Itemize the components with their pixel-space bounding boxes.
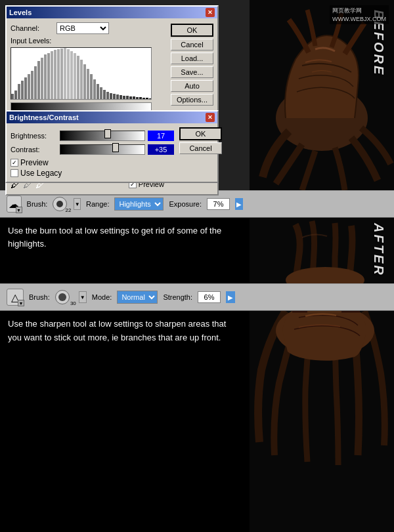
svg-rect-10 <box>44 54 47 99</box>
burn-exposure-field[interactable]: 7% <box>207 198 230 210</box>
svg-rect-2 <box>18 84 20 99</box>
burn-brush-dot <box>56 201 63 207</box>
bc-dialog: Brightness/Contrast ✕ Brightness: <box>5 110 219 183</box>
levels-save-button[interactable]: Save... <box>171 66 213 78</box>
sharpen-strength-label: Strength: <box>163 293 192 301</box>
svg-rect-37 <box>133 96 135 99</box>
svg-rect-8 <box>37 61 40 99</box>
svg-rect-33 <box>120 95 122 99</box>
contrast-label: Contrast: <box>11 146 60 153</box>
svg-rect-0 <box>11 94 14 99</box>
burn-instruction-text: Use the burn tool at low settings to get… <box>8 224 242 251</box>
svg-rect-22 <box>83 64 86 99</box>
sharpen-brush-label: Brush: <box>29 293 50 301</box>
sharpen-strength-arrow[interactable]: ▶ <box>226 291 235 303</box>
dialogs-panel: Levels ✕ Channel: RGB I <box>0 0 250 190</box>
burn-range-select[interactable]: Highlights <box>114 197 164 211</box>
main-layout: 网页教学网 WWW.WEBJX.COM Levels ✕ Channel: <box>0 0 394 532</box>
burn-instruction-row: Use the burn tool at low settings to get… <box>0 218 394 283</box>
levels-ok-button[interactable]: OK <box>171 24 213 37</box>
svg-rect-24 <box>90 74 93 99</box>
bc-titlebar: Brightness/Contrast ✕ <box>7 112 217 123</box>
burn-dropdown-arrow[interactable]: ▼ <box>16 207 22 213</box>
histogram-svg <box>11 48 151 99</box>
levels-close-button[interactable]: ✕ <box>206 8 215 17</box>
after-bottom-svg <box>250 311 394 532</box>
sharpen-instruction-text: Use the sharpen tool at low settings to … <box>8 317 242 345</box>
sharpen-strength-field[interactable]: 6% <box>198 291 221 303</box>
svg-rect-32 <box>116 94 119 99</box>
burn-brush-selector: 22 <box>53 197 68 211</box>
use-legacy-label: Use Legacy <box>20 169 62 178</box>
burn-brush-size: 22 <box>65 207 71 213</box>
svg-rect-27 <box>100 87 102 99</box>
svg-rect-25 <box>93 79 96 99</box>
sharpen-instruction-row: Use the sharpen tool at low settings to … <box>0 311 394 532</box>
svg-rect-39 <box>139 97 142 99</box>
sharpen-mode-select[interactable]: Normal <box>117 291 158 304</box>
bc-buttons: OK Cancel <box>179 127 222 178</box>
svg-rect-30 <box>110 93 112 99</box>
svg-rect-19 <box>74 53 76 99</box>
svg-rect-34 <box>123 96 125 99</box>
channel-select[interactable]: RGB <box>56 22 109 34</box>
svg-rect-26 <box>97 84 99 99</box>
bc-checkboxes: ✓ Preview Use Legacy <box>11 158 174 178</box>
sharpen-brush-circle[interactable] <box>55 290 70 304</box>
bc-content: Brightness: 17 Contrast: <box>7 123 217 182</box>
sharpen-brush-dot <box>58 293 66 301</box>
svg-rect-15 <box>60 49 63 99</box>
burn-brush-dropdown[interactable]: ▼ <box>74 198 81 210</box>
bc-cancel-button[interactable]: Cancel <box>179 142 222 154</box>
svg-rect-28 <box>103 90 106 99</box>
svg-rect-41 <box>146 98 148 99</box>
brightness-thumb[interactable] <box>104 129 111 138</box>
burn-exposure-arrow[interactable]: ▶ <box>235 198 243 210</box>
levels-cancel-button[interactable]: Cancel <box>171 39 213 51</box>
bc-inner: Brightness: 17 Contrast: <box>11 127 213 178</box>
sharpen-brush-selector: 30 <box>55 290 74 304</box>
contrast-slider[interactable] <box>60 144 145 155</box>
bc-preview-checkbox[interactable]: ✓ <box>11 159 18 167</box>
sharpen-brush-size: 30 <box>70 300 76 306</box>
levels-auto-button[interactable]: Auto <box>171 80 213 92</box>
svg-rect-40 <box>142 98 145 99</box>
input-levels-label: Input Levels: <box>11 37 164 45</box>
svg-rect-38 <box>136 97 139 99</box>
sharpen-toolbar-right <box>250 284 394 310</box>
levels-options-button[interactable]: Options... <box>171 94 213 106</box>
sharpen-dropdown-arrow[interactable]: ▼ <box>18 300 24 306</box>
svg-rect-5 <box>28 74 30 99</box>
burn-range-label: Range: <box>86 200 109 208</box>
contrast-value[interactable]: +35 <box>148 144 174 155</box>
burn-toolbar-right <box>250 191 394 217</box>
burn-brush-label: Brush: <box>27 200 48 208</box>
brightness-row: Brightness: 17 <box>11 131 174 141</box>
svg-rect-6 <box>31 71 33 99</box>
after-image-bottom <box>250 311 394 532</box>
svg-rect-23 <box>87 69 89 99</box>
svg-rect-29 <box>106 92 109 99</box>
channel-row: Channel: RGB <box>11 22 164 34</box>
burn-tool-icon[interactable]: ☁ ▼ <box>7 195 22 213</box>
burn-range-control: Highlights <box>114 197 164 211</box>
svg-rect-3 <box>21 81 24 99</box>
contrast-thumb[interactable] <box>112 143 119 152</box>
sharpen-mode-control: Normal <box>117 291 158 304</box>
sharpen-tool-icon[interactable]: △ ▼ <box>7 289 24 306</box>
use-legacy-row: Use Legacy <box>11 169 174 178</box>
histogram <box>11 47 152 100</box>
after-image-top: AFTER <box>250 218 394 283</box>
levels-title: Levels <box>9 9 32 16</box>
bc-ok-button[interactable]: OK <box>179 127 222 140</box>
use-legacy-checkbox[interactable] <box>11 169 18 177</box>
bc-close-button[interactable]: ✕ <box>206 113 215 122</box>
brightness-value[interactable]: 17 <box>148 131 174 141</box>
svg-rect-4 <box>24 77 27 99</box>
svg-rect-36 <box>129 96 132 99</box>
sharpen-brush-dropdown[interactable]: ▼ <box>79 291 87 303</box>
burn-instruction-panel: Use the burn tool at low settings to get… <box>0 218 250 283</box>
levels-load-button[interactable]: Load... <box>171 52 213 64</box>
brightness-slider[interactable] <box>60 131 145 141</box>
svg-rect-35 <box>126 96 129 99</box>
